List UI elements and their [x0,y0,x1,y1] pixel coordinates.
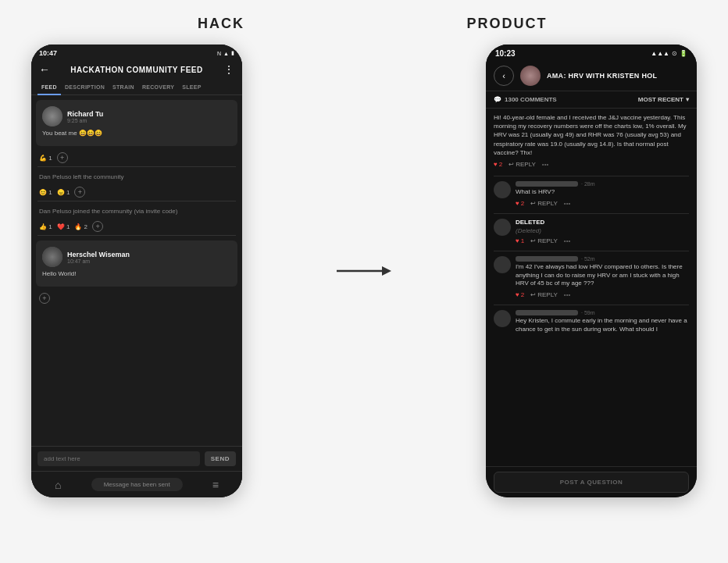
reply-icon: ↩ [530,237,536,244]
battery-icon: 🔋 [680,50,687,57]
reply-icon: ↩ [530,291,536,298]
sent-message-status: Message has been sent [91,478,183,491]
tab-feed[interactable]: FEED [37,80,61,95]
reactions-row-4: + [31,291,242,305]
add-reaction-button[interactable]: + [57,152,68,163]
reaction-fire: 🔥 2 [74,223,87,230]
add-reaction-button-4[interactable]: + [39,293,50,304]
heart-icon: ♥ [516,237,519,244]
send-button[interactable]: SEND [205,451,236,466]
hack-back-icon[interactable]: ← [39,63,50,76]
sort-selector[interactable]: MOST RECENT ▾ [638,96,689,103]
more-options-icon[interactable]: ••• [564,237,570,244]
tab-sleep[interactable]: SLEEP [178,80,205,94]
post-time-2: 10:47 am [67,258,231,264]
comment-likes-1[interactable]: ♥ 2 [516,200,524,207]
main-post-likes[interactable]: ♥ 2 [494,161,502,168]
username-bar-1 [516,181,578,187]
comment-time-4: · 59m [581,310,595,315]
comment-time-3: · 52m [581,256,595,262]
tab-recovery[interactable]: RECOVERY [138,80,178,94]
comment-reply-button-1[interactable]: ↩ REPLY [530,200,558,207]
avatar [42,106,62,126]
post-text-2: Hello World! [42,270,231,277]
comment-name-row-1: · 28m [516,181,689,187]
signal-icon: ▲▲▲ [651,50,669,57]
menu-icon[interactable]: ≡ [212,479,219,491]
avatar-2 [42,247,62,267]
svg-marker-1 [382,266,391,276]
reply-label: REPLY [537,237,558,244]
likes-count: 1 [521,237,524,244]
post-question-button[interactable]: POST A QUESTION [494,472,689,493]
comment-avatar-4 [494,310,511,327]
add-reaction-button-3[interactable]: + [92,221,103,232]
hack-header: ← HACKATHON COMMUNITY FEED ⋮ [31,60,242,80]
message-input[interactable] [37,451,200,466]
deleted-text: (Deleted) [516,227,689,234]
divider-2 [37,201,236,201]
comment-likes-3[interactable]: ♥ 2 [516,291,524,298]
hack-menu-icon[interactable]: ⋮ [223,63,234,76]
comment-reply-button-3[interactable]: ↩ REPLY [530,291,558,298]
host-avatar [520,66,541,86]
hack-phone: 10:47 N ▲ ▮ ← HACKATHON COMMUNITY FEED ⋮… [31,45,242,497]
tab-description[interactable]: DESCRIPTION [61,80,109,94]
comment-deleted: DELETED (Deleted) ♥ 1 ↩ REPLY ••• [494,219,689,244]
arrow-container [333,263,395,279]
hack-title: HACKATHON COMMUNITY FEED [70,66,202,74]
hack-post-1: Richard Tu 9:25 am You beat me 😄😄😄 [36,100,237,146]
product-status-icons: ▲▲▲ ⊙ 🔋 [651,50,687,57]
reply-icon: ↩ [509,161,514,168]
home-icon[interactable]: ⌂ [55,479,61,491]
reactions-row-3: 👍 1 ❤️ 1 🔥 2 + [31,219,242,233]
reactions-row-2: 😊 1 😠 1 + [31,185,242,199]
post-name: Richard Tu [67,110,231,118]
comment-actions-3: ♥ 2 ↩ REPLY ••• [516,291,689,298]
likes-count: 2 [499,161,502,168]
username-bar-3 [516,256,578,262]
add-reaction-button-2[interactable]: + [74,187,85,198]
deleted-label: DELETED [516,219,689,226]
product-status-bar: 10:23 ▲▲▲ ⊙ 🔋 [486,45,697,61]
comment-icon: 💬 [494,96,501,103]
more-options-icon[interactable]: ••• [564,291,570,298]
reaction-thumbs: 👍 1 [39,223,52,230]
event-row-2: Dan Peluso joined the community (via inv… [31,203,242,219]
username-bar-4 [516,310,578,315]
comment-avatar-1 [494,181,511,198]
hack-status-bar: 10:47 N ▲ ▮ [31,45,242,60]
product-back-button[interactable]: ‹ [494,66,514,86]
reply-icon: ↩ [530,200,536,207]
more-options-icon[interactable]: ••• [564,200,570,207]
deleted-reply-button[interactable]: ↩ REPLY [530,237,558,244]
divider [37,166,236,167]
product-time: 10:23 [495,49,516,58]
hack-label: HACK [198,16,244,31]
post-time: 9:25 am [67,118,231,123]
comment-4: · 59m Hey Kristen, I commute early in th… [494,310,689,337]
main-post: Hi! 40-year-old female and I received th… [494,113,689,168]
wifi-icon: ⊙ [672,50,677,57]
deleted-likes[interactable]: ♥ 1 [516,237,524,244]
reply-label: REPLY [516,161,536,168]
hack-post-2: Herschel Wiseman 10:47 am Hello World! [36,241,237,287]
product-input-area: POST A QUESTION [486,466,697,497]
hack-time: 10:47 [39,49,57,57]
comment-actions-1: ♥ 2 ↩ REPLY ••• [516,200,689,207]
reply-label: REPLY [537,291,558,298]
wifi-icon: ▲ [223,51,229,56]
product-phone: 10:23 ▲▲▲ ⊙ 🔋 ‹ AMA: HRV WITH KRISTEN HO… [486,45,697,497]
network-icon: N [217,51,221,56]
divider-4 [494,305,689,305]
product-label: PRODUCT [467,16,548,31]
divider-2 [494,213,689,214]
reply-label: REPLY [537,200,558,207]
main-post-reply-button[interactable]: ↩ REPLY [509,161,536,168]
reaction-heart: ❤️ 1 [57,223,70,230]
sort-label: MOST RECENT [638,96,683,103]
comments-count: 💬 1300 COMMENTS [494,96,557,103]
tab-strain[interactable]: STRAIN [109,80,138,94]
more-options-icon[interactable]: ••• [542,161,548,168]
hack-feed: Richard Tu 9:25 am You beat me 😄😄😄 💪 1 +… [31,95,242,446]
